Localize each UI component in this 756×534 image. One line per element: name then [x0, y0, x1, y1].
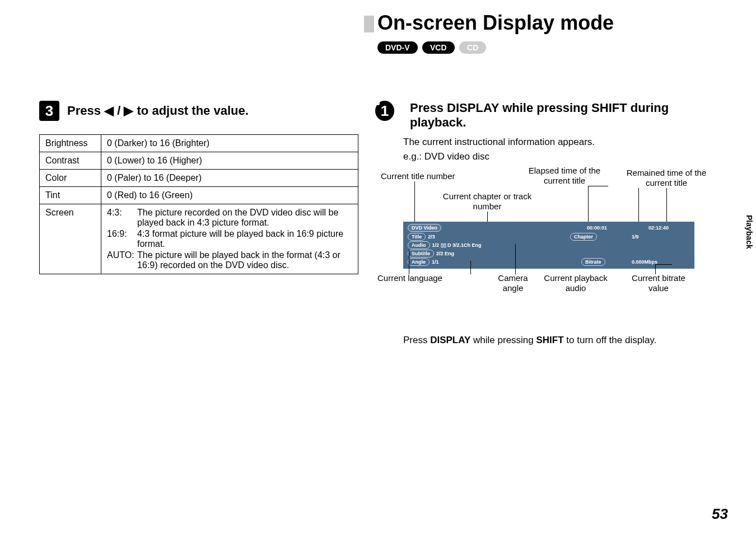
header-accent [364, 16, 374, 32]
step-3-section: 3 Press ◀ / ▶ to adjust the value. Brigh… [39, 101, 358, 274]
setting-value: 0 (Paler) to 16 (Deeper) [101, 170, 358, 187]
osd-panel: DVD Video 00:00:01 02:12:40 Title 2/3 Ch… [403, 222, 694, 269]
osd-audio-pill: Audio [408, 241, 430, 249]
screen-key-auto: AUTO: [107, 250, 137, 270]
step-3-heading: 3 Press ◀ / ▶ to adjust the value. [39, 101, 358, 121]
page-number: 53 [712, 505, 728, 523]
setting-label: Contrast [40, 152, 101, 170]
setting-label: Color [40, 170, 101, 187]
setting-value: 0 (Darker) to 16 (Brighter) [101, 135, 358, 152]
screen-desc-auto: The picture will be played back in the f… [137, 250, 352, 270]
left-right-arrow-icon: ◀ / ▶ [104, 104, 133, 118]
callout-line [470, 261, 471, 274]
osd-diagram: Current title number Elapsed time of the… [381, 166, 711, 289]
step-1-number: 1 [375, 101, 394, 121]
label-current-title: Current title number [381, 171, 476, 181]
osd-subtitle-pill: Subtitle [408, 250, 434, 257]
header: On-screen Display mode DVD-V VCD CD [364, 11, 722, 54]
display-off-text: Press DISPLAY while pressing SHIFT to tu… [403, 335, 694, 346]
step-1-section: 1 Press DISPLAY while pressing SHIFT dur… [375, 101, 711, 289]
page-title: On-screen Display mode [377, 11, 722, 35]
page: Playback On-screen Display mode DVD-V VC… [0, 0, 756, 534]
step-1-title: Press DISPLAY while pressing SHIFT durin… [410, 101, 711, 130]
step-1-heading: 1 Press DISPLAY while pressing SHIFT dur… [375, 101, 711, 130]
screen-key-169: 16:9: [107, 229, 137, 249]
callout-line [588, 186, 589, 222]
disc-badges: DVD-V VCD CD [377, 41, 722, 54]
step-3-text: Press ◀ / ▶ to adjust the value. [67, 104, 249, 118]
step-1-body: The current instructional information ap… [403, 137, 711, 148]
section-tab-playback: Playback [743, 213, 756, 251]
osd-bitrate-val: 0.000Mbps [632, 259, 657, 265]
callout-line [655, 264, 672, 265]
table-row: Color 0 (Paler) to 16 (Deeper) [40, 170, 358, 187]
displayoff-k1: DISPLAY [430, 335, 470, 345]
label-playback-audio: Current playback audio [536, 273, 615, 293]
osd-chapter-pill: Chapter [570, 233, 597, 241]
displayoff-p2: while pressing [473, 335, 536, 345]
step-3-suffix: to adjust the value. [137, 104, 249, 118]
osd-elapsed: 00:00:01 [587, 225, 607, 231]
step-3-prefix: Press [67, 104, 104, 118]
label-current-language: Current language [377, 273, 461, 283]
osd-angle-pill: Angle [408, 258, 430, 266]
osd-title-pill: Title [408, 233, 426, 241]
setting-value: 4:3: The picture recorded on the DVD vid… [101, 204, 358, 274]
callout-line [414, 181, 415, 222]
settings-table: Brightness 0 (Darker) to 16 (Brighter) C… [39, 134, 358, 274]
label-camera-angle: Camera angle [491, 273, 535, 293]
badge-cd: CD [459, 41, 486, 54]
osd-chapter-val: 1/9 [632, 234, 639, 240]
label-remained-time: Remained time of the current title [622, 168, 711, 188]
callout-line [409, 250, 409, 274]
table-row: Contrast 0 (Lower) to 16 (Higher) [40, 152, 358, 170]
step-1-example: e.g.: DVD video disc [403, 151, 711, 162]
callout-line [638, 188, 639, 222]
label-elapsed-time: Elapsed time of the current title [522, 166, 606, 186]
osd-subtitle-val: 2/2 Eng [436, 251, 454, 256]
osd-angle-val: 1/1 [432, 259, 439, 265]
osd-header-pill: DVD Video [408, 224, 441, 232]
osd-audio-val: 1/2 ▯▯ D 3/2.1Ch Eng [432, 242, 482, 248]
callout-line [666, 188, 667, 222]
screen-key-43: 4:3: [107, 208, 137, 228]
osd-title-val: 2/3 [428, 234, 435, 240]
label-bitrate: Current bitrate value [625, 273, 692, 293]
callout-line [588, 186, 608, 186]
screen-desc-169: 4:3 format picture will be played back i… [137, 229, 352, 249]
table-row: Screen 4:3: The picture recorded on the … [40, 204, 358, 274]
callout-line [515, 244, 516, 274]
screen-desc-43: The picture recorded on the DVD video di… [137, 208, 352, 228]
displayoff-k2: SHIFT [536, 335, 564, 345]
badge-vcd: VCD [422, 41, 455, 54]
table-row: Brightness 0 (Darker) to 16 (Brighter) [40, 135, 358, 152]
label-chapter-track: Current chapter or track number [442, 191, 532, 212]
setting-label: Brightness [40, 135, 101, 152]
setting-value: 0 (Lower) to 16 (Higher) [101, 152, 358, 170]
setting-value: 0 (Red) to 16 (Green) [101, 187, 358, 204]
badge-dvdv: DVD-V [377, 41, 418, 54]
osd-remain: 02:12:40 [648, 225, 669, 231]
step-3-number: 3 [39, 101, 59, 121]
table-row: Tint 0 (Red) to 16 (Green) [40, 187, 358, 204]
setting-label: Tint [40, 187, 101, 204]
setting-label: Screen [40, 204, 101, 274]
displayoff-p3: to turn off the display. [566, 335, 656, 345]
displayoff-p1: Press [403, 335, 430, 345]
osd-bitrate-pill: Bitrate [581, 258, 605, 266]
